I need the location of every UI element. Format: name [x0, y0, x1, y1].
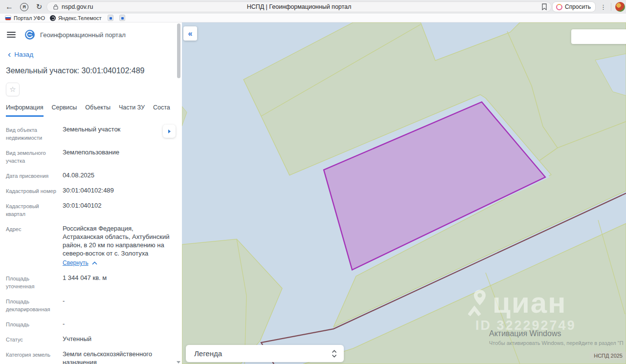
favicon-bookmark[interactable] [108, 15, 113, 21]
double-chevron-left-icon: « [188, 29, 193, 38]
attribute-label: Площадь декларированная [6, 297, 59, 313]
attribute-value-text: 30:01:040102:489 [63, 186, 175, 194]
attribute-row: Категория земельЗемли сельскохозяйственн… [6, 350, 175, 364]
attribute-value: Землепользование [63, 148, 175, 165]
browser-toolbar: ← Я ↻ nspd.gov.ru НСПД | Геоинформационн… [0, 0, 626, 14]
page-tab-title: НСПД | Геоинформационный портал [47, 3, 551, 10]
attribute-value: Земельный участок [63, 125, 175, 142]
bookmarks-bar: Портал УФОЯндекс.Телемост [0, 14, 626, 22]
browser-menu-icon[interactable]: ⋮ [596, 3, 611, 11]
map-search-input[interactable] [571, 29, 626, 44]
attribute-label: Адрес [6, 224, 59, 267]
attribute-value-text: Российская Федерация, Астраханская облас… [63, 224, 175, 257]
cadastral-map[interactable] [182, 22, 626, 364]
scrollbar-down-arrow[interactable] [177, 361, 180, 364]
chevron-up-down-icon [332, 349, 337, 358]
ru-flag-icon [5, 15, 11, 21]
triangle-right-icon [168, 129, 171, 133]
bookmark-label: Портал УФО [14, 15, 45, 21]
attribute-value: 30:01:040102 [63, 201, 175, 218]
browser-yandex-icon[interactable]: Я [20, 3, 28, 11]
legend-label: Легенда [194, 349, 222, 358]
sidebar-scrollbar[interactable] [177, 23, 180, 78]
bookmark-item[interactable]: Яндекс.Телемост [50, 15, 102, 21]
bookmark-label: Яндекс.Телемост [58, 15, 102, 21]
attribute-value-text: 30:01:040102 [63, 201, 175, 210]
favorite-button[interactable]: ☆ [6, 83, 20, 96]
attribute-label: Кадастровый номер [6, 186, 59, 195]
attribute-value: Земли сельскохозяйственного назначения [63, 350, 175, 364]
collapse-panel-button[interactable]: « [183, 26, 197, 41]
attribute-row: АдресРоссийская Федерация, Астраханская … [6, 224, 175, 267]
attribute-value: 04.08.2025 [63, 171, 175, 180]
collapse-link-label: Свернуть [63, 259, 89, 267]
attribute-value-text: Учтенный [63, 335, 175, 343]
divider [611, 3, 611, 11]
favicon-bookmark[interactable] [119, 15, 125, 21]
browser-reload-icon[interactable]: ↻ [33, 2, 45, 11]
attribute-row: Кадастровый квартал30:01:040102 [6, 201, 175, 218]
info-panel: Геоинформационный портал ‹ Назад Земельн… [0, 22, 182, 364]
tab-информация[interactable]: Информация [6, 104, 44, 117]
attribute-value: 30:01:040102:489 [63, 186, 175, 195]
alice-icon [556, 4, 562, 10]
tab-соста[interactable]: Соста [153, 104, 170, 117]
address-bar[interactable]: nspd.gov.ru НСПД | Геоинформационный пор… [46, 1, 552, 12]
attribute-row: Дата присвоения04.08.2025 [6, 171, 175, 180]
attribute-value: 1 344 047 кв. м [63, 274, 175, 290]
attribute-value-text: Земельный участок [63, 125, 175, 133]
attribute-row: Площадь- [6, 320, 175, 328]
attribute-label: Кадастровый квартал [6, 201, 59, 218]
url-text: nspd.gov.ru [62, 3, 93, 10]
attribute-row: Кадастровый номер30:01:040102:489 [6, 186, 175, 195]
lock-icon [53, 4, 58, 10]
bookmark-icon[interactable] [541, 3, 547, 10]
attribute-label: Площадь уточненная [6, 274, 59, 290]
attribute-label: Статус [6, 335, 59, 343]
page-title: Земельный участок: 30:01:040102:489 [6, 66, 176, 75]
attribute-value: Учтенный [63, 335, 175, 343]
tabs-overflow-button[interactable] [163, 125, 176, 138]
menu-icon[interactable] [7, 30, 16, 39]
attribute-value-text: - [63, 297, 175, 305]
map-canvas[interactable]: « циан ID 322292749 Активация Windows Чт… [182, 22, 626, 364]
bookmark-item[interactable]: Портал УФО [5, 15, 45, 21]
attribute-value-text: Земли сельскохозяйственного назначения [63, 350, 175, 364]
ask-button-label: Спросить [565, 3, 591, 10]
telemost-icon [50, 15, 56, 21]
back-link[interactable]: ‹ Назад [8, 51, 182, 58]
attribute-label: Дата присвоения [6, 171, 59, 180]
star-icon: ☆ [9, 85, 16, 94]
attributes-list: Вид объекта недвижимостиЗемельный участо… [0, 117, 182, 364]
chevron-left-icon: ‹ [8, 51, 11, 57]
nspd-logo-icon [24, 29, 35, 40]
attribute-label: Вид земельного участка [6, 148, 59, 165]
attribute-value-text: 1 344 047 кв. м [63, 274, 175, 282]
collapse-address-link[interactable]: Свернуть [63, 259, 97, 267]
chevron-up-icon [92, 261, 97, 265]
attribute-value-text: - [63, 320, 175, 328]
browser-back-icon[interactable]: ← [3, 2, 16, 11]
attribute-row: Площадь декларированная- [6, 297, 175, 313]
attribute-value: - [63, 297, 175, 313]
tab-сервисы[interactable]: Сервисы [52, 104, 77, 117]
attribute-value: - [63, 320, 175, 328]
attribute-row: Вид земельного участкаЗемлепользование [6, 148, 175, 165]
attribute-value-text: 04.08.2025 [63, 171, 175, 179]
attribute-label: Категория земель [6, 350, 59, 364]
attribute-label: Вид объекта недвижимости [6, 125, 59, 142]
attribute-label: Площадь [6, 320, 59, 328]
ask-button[interactable]: Спросить [552, 1, 596, 12]
attribute-row: Вид объекта недвижимостиЗемельный участо… [6, 125, 175, 142]
back-link-label: Назад [14, 51, 33, 58]
tab-части-зу[interactable]: Части ЗУ [119, 104, 145, 117]
profile-avatar[interactable] [615, 2, 625, 12]
tab-объекты[interactable]: Объекты [85, 104, 111, 117]
tab-bar: ИнформацияСервисыОбъектыЧасти ЗУСостаП [6, 104, 178, 117]
legend-toggle[interactable]: Легенда [186, 345, 344, 362]
attribute-row: Площадь уточненная1 344 047 кв. м [6, 274, 175, 290]
app-title: Геоинформационный портал [40, 31, 126, 39]
attribute-value-text: Землепользование [63, 148, 175, 156]
attribute-value: Российская Федерация, Астраханская облас… [63, 224, 175, 267]
attribute-row: СтатусУчтенный [6, 335, 175, 343]
